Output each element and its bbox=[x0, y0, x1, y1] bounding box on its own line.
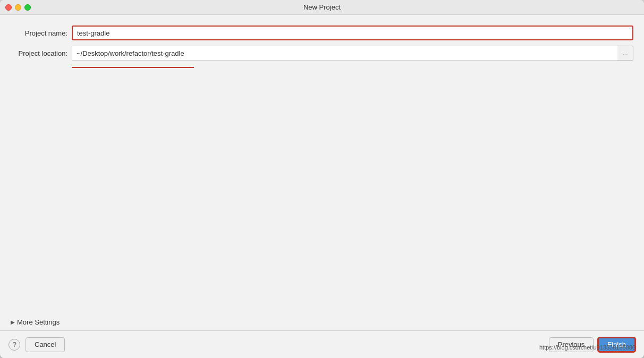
project-location-input-wrapper: ... bbox=[72, 46, 633, 61]
project-location-row: Project location: ... bbox=[11, 46, 633, 61]
bottom-bar: ? Cancel Previous Finish https://blog.cs… bbox=[0, 330, 644, 358]
project-name-input-wrapper bbox=[72, 25, 633, 40]
status-url: https://blog.csdn.net/u013338185886 bbox=[539, 344, 635, 351]
project-location-input[interactable] bbox=[72, 46, 633, 61]
more-settings-arrow-icon: ▶ bbox=[11, 319, 15, 325]
new-project-window: New Project Project name: Project locati… bbox=[0, 0, 644, 358]
help-button[interactable]: ? bbox=[9, 339, 20, 351]
project-location-label: Project location: bbox=[11, 49, 72, 57]
project-name-row: Project name: bbox=[11, 25, 633, 40]
content-area: Project name: Project location: ... ▶ Mo… bbox=[0, 15, 644, 330]
title-bar: New Project bbox=[0, 0, 644, 15]
maximize-button[interactable] bbox=[24, 4, 31, 11]
bottom-left-actions: ? Cancel bbox=[9, 337, 65, 352]
project-name-label: Project name: bbox=[11, 29, 72, 37]
minimize-button[interactable] bbox=[15, 4, 21, 11]
traffic-lights bbox=[5, 4, 31, 11]
project-name-input[interactable] bbox=[72, 25, 633, 40]
more-settings-toggle[interactable]: ▶ More Settings bbox=[11, 314, 633, 330]
more-settings-label: More Settings bbox=[17, 318, 60, 326]
cancel-button[interactable]: Cancel bbox=[26, 337, 65, 352]
main-area bbox=[11, 68, 633, 314]
browse-button[interactable]: ... bbox=[617, 46, 633, 61]
window-title: New Project bbox=[303, 3, 341, 11]
close-button[interactable] bbox=[5, 4, 12, 11]
